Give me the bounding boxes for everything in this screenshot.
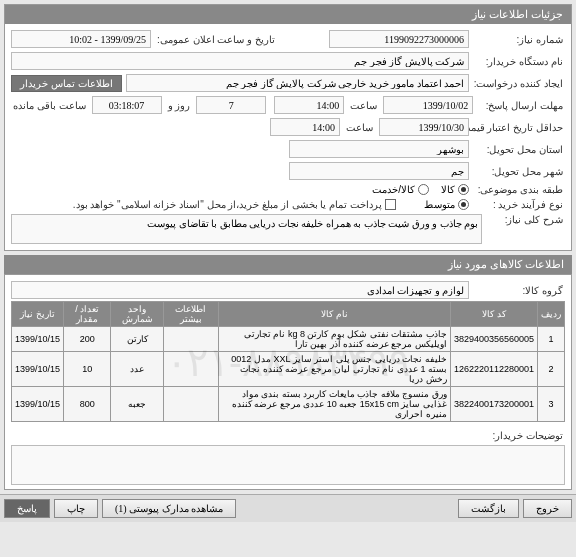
cell-name: خلیفه نجات دریایی جنس پلی استر سایز XXL … — [218, 352, 450, 387]
buyer-input[interactable] — [11, 52, 469, 70]
radio-icon — [458, 184, 469, 195]
cell-name: ورق منسوج ملافه جاذب مایعات کاربرد بسته … — [218, 387, 450, 422]
goods-table: ردیف کد کالا نام کالا اطلاعات بیشتر واحد… — [11, 301, 565, 422]
cell-more[interactable] — [163, 327, 218, 352]
cell-idx: 1 — [538, 327, 565, 352]
desc-label: شرح کلی نیاز: — [486, 214, 565, 225]
cell-idx: 3 — [538, 387, 565, 422]
radio-icon — [458, 199, 469, 210]
print-button[interactable]: چاپ — [54, 499, 98, 518]
validity-date[interactable] — [379, 118, 469, 136]
th-more: اطلاعات بیشتر — [163, 302, 218, 327]
buyer-comments-box — [11, 445, 565, 485]
cell-name: جاذب مشتقات نفتی شکل بوم کارتن kg 8 نام … — [218, 327, 450, 352]
th-qty: تعداد / مقدار — [64, 302, 111, 327]
group-input[interactable] — [11, 281, 469, 299]
radio-icon — [418, 184, 429, 195]
contact-info-button[interactable]: اطلاعات تماس خریدار — [11, 75, 122, 92]
creator-label: ایجاد کننده درخواست: — [473, 78, 565, 89]
deadline-date[interactable] — [383, 96, 473, 114]
cell-idx: 2 — [538, 352, 565, 387]
budget-label: طبقه بندی موضوعی: — [473, 184, 565, 195]
public-date-input[interactable] — [11, 30, 151, 48]
budget-opt-label: کالا/خدمت — [372, 184, 415, 195]
footer-bar: خروج بازگشت مشاهده مدارک پیوستی (1) چاپ … — [0, 494, 576, 522]
hour-label-1: ساعت — [348, 100, 379, 111]
form-body: شماره نیاز: تاریخ و ساعت اعلان عمومی: نا… — [5, 24, 571, 250]
attachments-button[interactable]: مشاهده مدارک پیوستی (1) — [102, 499, 236, 518]
need-no-label: شماره نیاز: — [473, 34, 565, 45]
checkbox-icon — [385, 199, 396, 210]
cell-date: 1399/10/15 — [12, 352, 64, 387]
th-unit: واحد شمارش — [111, 302, 163, 327]
exit-button[interactable]: خروج — [523, 499, 572, 518]
cell-code: 1262220112280001 — [450, 352, 537, 387]
cell-unit: جعبه — [111, 387, 163, 422]
hour-label-2: ساعت — [344, 122, 375, 133]
cell-more[interactable] — [163, 352, 218, 387]
group-label: گروه کالا: — [473, 285, 565, 296]
cell-unit: کارتن — [111, 327, 163, 352]
purchase-opt-label: متوسط — [424, 199, 455, 210]
creator-input[interactable] — [126, 74, 469, 92]
purchase-opt-medium[interactable]: متوسط — [424, 199, 469, 210]
goods-header: اطلاعات کالاهای مورد نیاز — [4, 255, 572, 274]
city-label: شهر محل تحویل: — [473, 166, 565, 177]
purchase-type-label: نوع فرآیند خرید : — [473, 199, 565, 210]
th-code: کد کالا — [450, 302, 537, 327]
validity-time[interactable] — [270, 118, 340, 136]
treasury-checkbox[interactable]: پرداخت تمام یا بخشی از مبلغ خرید،از محل … — [73, 199, 396, 210]
panel-title: جزئیات اطلاعات نیاز — [5, 5, 571, 24]
comments-label: توضیحات خریدار: — [473, 430, 565, 441]
budget-radio-group: کالا کالا/خدمت — [372, 184, 469, 195]
table-row[interactable]: 13829400356560005جاذب مشتقات نفتی شکل بو… — [12, 327, 565, 352]
goods-panel: گروه کالا: ۰۲۱-۸۸۹۸۳۴۹۹ ردیف کد کالا نام… — [4, 274, 572, 490]
remain-label: ساعت باقی مانده — [11, 100, 88, 111]
cell-date: 1399/10/15 — [12, 327, 64, 352]
reply-button[interactable]: پاسخ — [4, 499, 50, 518]
th-date: تاریخ نیاز — [12, 302, 64, 327]
cell-date: 1399/10/15 — [12, 387, 64, 422]
cell-more[interactable] — [163, 387, 218, 422]
cell-unit: عدد — [111, 352, 163, 387]
province-label: استان محل تحویل: — [473, 144, 565, 155]
budget-opt-goods[interactable]: کالا — [441, 184, 469, 195]
desc-textarea[interactable] — [11, 214, 482, 244]
cell-qty: 10 — [64, 352, 111, 387]
cell-qty: 800 — [64, 387, 111, 422]
cell-qty: 200 — [64, 327, 111, 352]
table-row[interactable]: 21262220112280001خلیفه نجات دریایی جنس پ… — [12, 352, 565, 387]
public-date-label: تاریخ و ساعت اعلان عمومی: — [155, 34, 277, 45]
countdown-days — [196, 96, 266, 114]
purchase-radio-group: متوسط — [424, 199, 469, 210]
goods-table-wrap: ۰۲۱-۸۸۹۸۳۴۹۹ ردیف کد کالا نام کالا اطلاع… — [11, 301, 565, 422]
need-no-input[interactable] — [329, 30, 469, 48]
cell-code: 3829400356560005 — [450, 327, 537, 352]
table-row[interactable]: 33822400173200001ورق منسوج ملافه جاذب ما… — [12, 387, 565, 422]
th-name: نام کالا — [218, 302, 450, 327]
th-idx: ردیف — [538, 302, 565, 327]
treasury-label: پرداخت تمام یا بخشی از مبلغ خرید،از محل … — [73, 199, 382, 210]
province-input[interactable] — [289, 140, 469, 158]
validity-label: حداقل تاریخ اعتبار قیمت: تا تاریخ: — [473, 122, 565, 133]
cell-code: 3822400173200001 — [450, 387, 537, 422]
buyer-label: نام دستگاه خریدار: — [473, 56, 565, 67]
budget-opt-label: کالا — [441, 184, 455, 195]
back-button[interactable]: بازگشت — [458, 499, 519, 518]
days-label: روز و — [166, 100, 193, 111]
deadline-time[interactable] — [274, 96, 344, 114]
city-input[interactable] — [289, 162, 469, 180]
table-header-row: ردیف کد کالا نام کالا اطلاعات بیشتر واحد… — [12, 302, 565, 327]
main-panel: جزئیات اطلاعات نیاز شماره نیاز: تاریخ و … — [4, 4, 572, 251]
countdown-time — [92, 96, 162, 114]
deadline-label: مهلت ارسال پاسخ: — [477, 100, 565, 111]
budget-opt-goods-service[interactable]: کالا/خدمت — [372, 184, 429, 195]
